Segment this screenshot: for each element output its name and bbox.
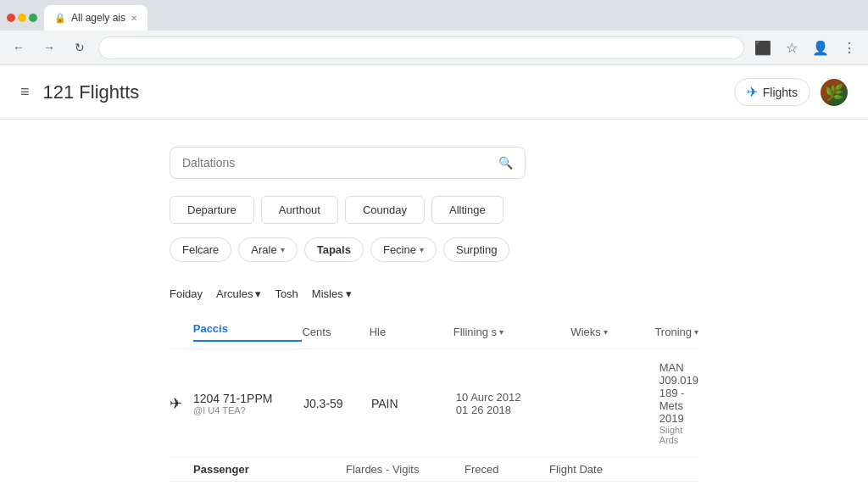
airplane-icon: ✈ bbox=[170, 395, 182, 412]
chevron-down-icon-7: ▾ bbox=[694, 327, 698, 337]
flight-sub: @I U4 TEA? bbox=[193, 405, 303, 415]
sub-filter-surpting-label: Surpting bbox=[456, 243, 497, 256]
search-container: 🔍 bbox=[170, 147, 526, 179]
chevron-down-icon-2: ▾ bbox=[420, 245, 424, 254]
search-input[interactable] bbox=[182, 156, 498, 170]
tab-close-button[interactable]: ✕ bbox=[131, 14, 137, 23]
flight-time: 1204 71-1PPM bbox=[193, 392, 303, 405]
search-icon: 🔍 bbox=[498, 156, 513, 170]
passenger-col4: Flight Date bbox=[549, 463, 698, 476]
passenger-col3: Freced bbox=[465, 463, 549, 476]
flights-plane-icon: ✈ bbox=[747, 84, 758, 100]
sort-misles[interactable]: Misles ▾ bbox=[312, 287, 352, 300]
sort-tosh[interactable]: Tosh bbox=[275, 282, 298, 305]
passenger-col2: Flardes - Vigits bbox=[346, 463, 465, 476]
hamburger-menu-icon[interactable]: ≡ bbox=[20, 83, 30, 101]
passenger-label: Passenger bbox=[193, 463, 346, 476]
main-content: 🔍 Departure Aurthout Counday Alltinge Fe… bbox=[0, 120, 868, 496]
col-header-flinings[interactable]: Fllining s ▾ bbox=[453, 326, 571, 338]
chevron-down-icon-3: ▾ bbox=[255, 287, 261, 300]
browser-logo bbox=[7, 14, 37, 22]
back-button[interactable]: ← bbox=[7, 36, 31, 59]
sub-filter-surpting[interactable]: Surpting bbox=[443, 237, 509, 262]
app-header: ≡ 121 Flightts ✈ Flights 🌿 bbox=[0, 65, 868, 120]
flight-col6: MAN J09.019 189 - Mets 2019 Siight Ards bbox=[659, 361, 698, 445]
sub-filter-arale[interactable]: Arale ▾ bbox=[238, 237, 297, 262]
sub-filter-tapals-label: Tapals bbox=[317, 243, 351, 256]
tab-label: All agely ais bbox=[71, 12, 125, 24]
table-row: ✈ 1204 41-1PFM @I U4 TEA? 3 65-22 PMV 20… bbox=[170, 482, 698, 496]
col-header-hle: Hle bbox=[370, 326, 453, 338]
reload-button[interactable]: ↻ bbox=[68, 36, 92, 59]
screenshot-icon[interactable]: ⬛ bbox=[751, 36, 775, 59]
sub-filter-tapals[interactable]: Tapals bbox=[304, 237, 364, 262]
header-right: ✈ Flights 🌿 bbox=[734, 78, 848, 106]
chevron-down-icon-6: ▾ bbox=[604, 327, 608, 337]
chevron-down-icon: ▾ bbox=[281, 245, 285, 254]
filter-tabs: Departure Aurthout Counday Alltinge bbox=[170, 196, 698, 224]
tab-bar: 🔒 All agely ais ✕ bbox=[0, 0, 868, 31]
browser-chrome: 🔒 All agely ais ✕ ← → ↻ oogle-flights/te… bbox=[0, 0, 868, 65]
sort-foiday[interactable]: Foiday bbox=[170, 282, 203, 305]
sort-bar: Foiday Arcules ▾ Tosh Misles ▾ bbox=[170, 282, 698, 305]
sub-filter-felcare[interactable]: Felcare bbox=[170, 237, 231, 262]
col-header-cents: Cents bbox=[302, 326, 369, 338]
filter-tab-counday[interactable]: Counday bbox=[345, 196, 425, 224]
flight-time-col: 1204 71-1PPM @I U4 TEA? bbox=[193, 392, 303, 415]
bookmark-icon[interactable]: ☆ bbox=[780, 36, 804, 59]
profile-icon[interactable]: 👤 bbox=[809, 36, 832, 59]
sub-filter-arale-label: Arale bbox=[251, 243, 276, 256]
logo-dot-red bbox=[7, 14, 15, 22]
sub-filter-felcare-label: Felcare bbox=[182, 243, 219, 256]
col-header-wieks[interactable]: Wieks ▾ bbox=[570, 326, 654, 338]
chevron-down-icon-4: ▾ bbox=[346, 287, 352, 300]
filter-tab-aurthout[interactable]: Aurthout bbox=[261, 196, 338, 224]
chevron-down-icon-5: ▾ bbox=[499, 327, 504, 337]
flight-col4: 10 Aurc 2012 01 26 2018 bbox=[456, 391, 575, 416]
tab-favicon: 🔒 bbox=[54, 13, 66, 24]
address-bar[interactable]: oogle-flights/tec/vww.gogeine.com/ bbox=[98, 36, 744, 59]
col-header-paccis[interactable]: Paccis bbox=[193, 322, 303, 342]
nav-icons: ⬛ ☆ 👤 ⋮ bbox=[751, 36, 861, 59]
sub-filter-fecine[interactable]: Fecine ▾ bbox=[370, 237, 437, 262]
user-avatar[interactable]: 🌿 bbox=[821, 79, 848, 106]
table-row: ✈ 1204 71-1PPM @I U4 TEA? J0.3-59 PAIN 1… bbox=[170, 349, 698, 458]
menu-dots-icon[interactable]: ⋮ bbox=[837, 36, 861, 59]
sort-arcules[interactable]: Arcules ▾ bbox=[216, 287, 261, 300]
flights-button-label: Flights bbox=[763, 86, 798, 99]
sub-filter-fecine-label: Fecine bbox=[383, 243, 416, 256]
flight-col3: PAIN bbox=[371, 397, 456, 410]
flight-col2: J0.3-59 bbox=[303, 397, 371, 410]
col-header-troning[interactable]: Troning ▾ bbox=[654, 326, 698, 338]
table-row: Passenger Flardes - Vigits Freced Flight… bbox=[170, 458, 698, 482]
logo-dot-yellow bbox=[18, 14, 26, 22]
browser-tab[interactable]: 🔒 All agely ais ✕ bbox=[44, 5, 147, 31]
app-title: 121 Flightts bbox=[43, 81, 734, 103]
flights-button[interactable]: ✈ Flights bbox=[734, 78, 810, 106]
nav-bar: ← → ↻ oogle-flights/tec/vww.gogeine.com/… bbox=[0, 31, 868, 64]
column-headers: Paccis Cents Hle Fllining s ▾ Wieks ▾ Tr… bbox=[170, 315, 698, 349]
sub-filters: Felcare Arale ▾ Tapals Fecine ▾ Surpting bbox=[170, 237, 698, 262]
filter-tab-departure[interactable]: Departure bbox=[170, 196, 254, 224]
filter-tab-alltinge[interactable]: Alltinge bbox=[431, 196, 504, 224]
logo-dot-green bbox=[29, 14, 37, 22]
forward-button[interactable]: → bbox=[37, 36, 61, 59]
